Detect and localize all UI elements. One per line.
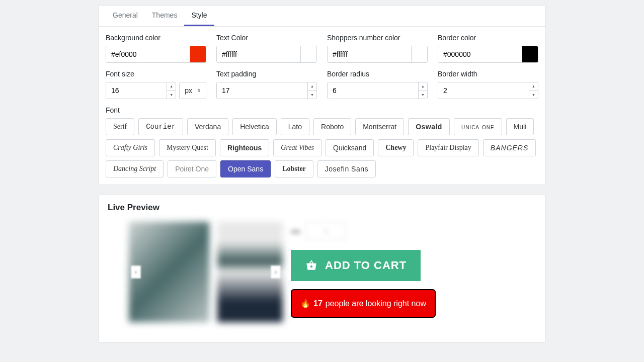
font-option-quicksand[interactable]: Quicksand bbox=[326, 139, 374, 156]
style-panel: General Themes Style Background color Te… bbox=[98, 5, 546, 185]
field-text-padding: Text padding ▲▼ bbox=[216, 70, 317, 99]
font-option-mystery-quest[interactable]: Mystery Quest bbox=[159, 139, 216, 156]
tab-general[interactable]: General bbox=[106, 6, 145, 26]
shoppers-count: 17 bbox=[313, 299, 323, 308]
text-color-swatch[interactable] bbox=[300, 46, 316, 62]
text-padding-input[interactable] bbox=[217, 82, 307, 99]
label-shoppers: Shoppers number color bbox=[327, 34, 428, 42]
border-width-spinner[interactable]: ▲▼ bbox=[529, 82, 538, 99]
font-option-lobster[interactable]: Lobster bbox=[275, 160, 313, 177]
chevron-up-icon[interactable]: ▲ bbox=[419, 82, 427, 91]
field-text-color: Text Color bbox=[216, 34, 317, 63]
font-option-dancing-script[interactable]: Dancing Script bbox=[106, 160, 164, 177]
field-border-color: Border color bbox=[438, 34, 538, 63]
font-picker: SerifCourierVerdanaHelveticaLatoRobotoMo… bbox=[106, 118, 538, 177]
text-color-input[interactable] bbox=[217, 46, 300, 62]
fire-icon: 🔥 bbox=[300, 299, 310, 308]
chevron-down-icon[interactable]: ▼ bbox=[167, 91, 176, 99]
label-bwidth: Border width bbox=[438, 70, 538, 78]
font-size-unit-select[interactable]: px ⇅ bbox=[179, 82, 206, 99]
shoppers-text: people are looking right now bbox=[326, 299, 426, 308]
chevron-down-icon[interactable]: ▼ bbox=[419, 91, 427, 99]
font-option-serif[interactable]: Serif bbox=[106, 118, 134, 135]
chevron-up-icon[interactable]: ▲ bbox=[308, 82, 316, 91]
gallery-prev-button[interactable]: ‹ bbox=[131, 265, 141, 279]
font-option-lato[interactable]: Lato bbox=[281, 118, 309, 135]
field-background-color: Background color bbox=[106, 34, 206, 63]
chevron-down-icon[interactable]: ▼ bbox=[308, 91, 316, 99]
add-to-cart-button[interactable]: ADD TO CART bbox=[291, 250, 421, 281]
caret-icon: ⇅ bbox=[197, 88, 201, 93]
font-option-open-sans[interactable]: Open Sans bbox=[220, 160, 271, 177]
qty-selector: qty 1 bbox=[291, 222, 515, 240]
font-option-roboto[interactable]: Roboto bbox=[313, 118, 351, 135]
font-option-playfair-display[interactable]: Playfair Display bbox=[418, 139, 478, 156]
chevron-up-icon[interactable]: ▲ bbox=[167, 82, 176, 91]
label-bg: Background color bbox=[106, 34, 206, 42]
basket-icon bbox=[305, 259, 318, 272]
gallery-next-button[interactable]: › bbox=[271, 265, 281, 279]
font-option-bangers[interactable]: BANGERS bbox=[483, 139, 536, 156]
add-to-cart-label: ADD TO CART bbox=[325, 259, 407, 272]
field-font-size: Font size ▲▼ px ⇅ bbox=[106, 70, 206, 99]
font-size-spinner[interactable]: ▲▼ bbox=[167, 82, 176, 99]
border-radius-input[interactable] bbox=[328, 82, 418, 99]
live-preview-panel: Live Preview ‹ › qty 1 ADD TO CART bbox=[98, 194, 546, 343]
bg-color-swatch[interactable] bbox=[190, 46, 206, 62]
font-option-crafty-girls[interactable]: Crafty Girls bbox=[106, 139, 155, 156]
font-option-helvetica[interactable]: Helvetica bbox=[232, 118, 277, 135]
font-option-josefin-sans[interactable]: Josefin Sans bbox=[317, 160, 376, 177]
product-gallery: ‹ › bbox=[129, 222, 283, 322]
font-option-montserrat[interactable]: Montserrat bbox=[355, 118, 404, 135]
qty-label: qty bbox=[291, 227, 301, 235]
font-option-courier[interactable]: Courier bbox=[138, 118, 183, 135]
field-border-width: Border width ▲▼ bbox=[438, 70, 538, 99]
shoppers-color-swatch[interactable] bbox=[411, 46, 427, 62]
field-border-radius: Border radius ▲▼ bbox=[327, 70, 428, 99]
label-fsize: Font size bbox=[106, 70, 206, 78]
tab-style[interactable]: Style bbox=[184, 6, 214, 26]
chevron-down-icon[interactable]: ▼ bbox=[529, 91, 538, 99]
field-shoppers-color: Shoppers number color bbox=[327, 34, 428, 63]
border-color-input[interactable] bbox=[438, 46, 522, 62]
font-size-input[interactable] bbox=[106, 82, 167, 99]
tab-themes[interactable]: Themes bbox=[145, 6, 185, 26]
text-padding-spinner[interactable]: ▲▼ bbox=[307, 82, 316, 99]
preview-title: Live Preview bbox=[99, 195, 545, 217]
shoppers-color-input[interactable] bbox=[328, 46, 411, 62]
font-option-verdana[interactable]: Verdana bbox=[187, 118, 228, 135]
font-option-muli[interactable]: Muli bbox=[506, 118, 534, 135]
border-radius-spinner[interactable]: ▲▼ bbox=[418, 82, 427, 99]
label-text: Text Color bbox=[216, 34, 317, 42]
font-option-poiret-one[interactable]: Poiret One bbox=[168, 160, 216, 177]
shoppers-notice: 🔥 17 people are looking right now bbox=[291, 289, 436, 318]
font-option-unica-one[interactable]: unica one bbox=[454, 118, 502, 135]
font-option-righteous[interactable]: Righteous bbox=[220, 139, 269, 156]
label-border: Border color bbox=[438, 34, 538, 42]
chevron-up-icon[interactable]: ▲ bbox=[529, 82, 538, 91]
unit-value: px bbox=[185, 86, 192, 95]
tabs: General Themes Style bbox=[99, 6, 545, 27]
border-color-swatch[interactable] bbox=[522, 46, 538, 62]
label-bradius: Border radius bbox=[327, 70, 428, 78]
qty-input[interactable]: 1 bbox=[306, 222, 346, 240]
label-font: Font bbox=[106, 106, 538, 114]
product-image-main bbox=[129, 222, 209, 322]
font-option-chewy[interactable]: Chewy bbox=[378, 139, 414, 156]
border-width-input[interactable] bbox=[438, 82, 529, 99]
bg-color-input[interactable] bbox=[106, 46, 190, 62]
font-option-great-vibes[interactable]: Great Vibes bbox=[273, 139, 321, 156]
font-option-oswald[interactable]: Oswald bbox=[408, 118, 450, 135]
label-tpad: Text padding bbox=[216, 70, 317, 78]
